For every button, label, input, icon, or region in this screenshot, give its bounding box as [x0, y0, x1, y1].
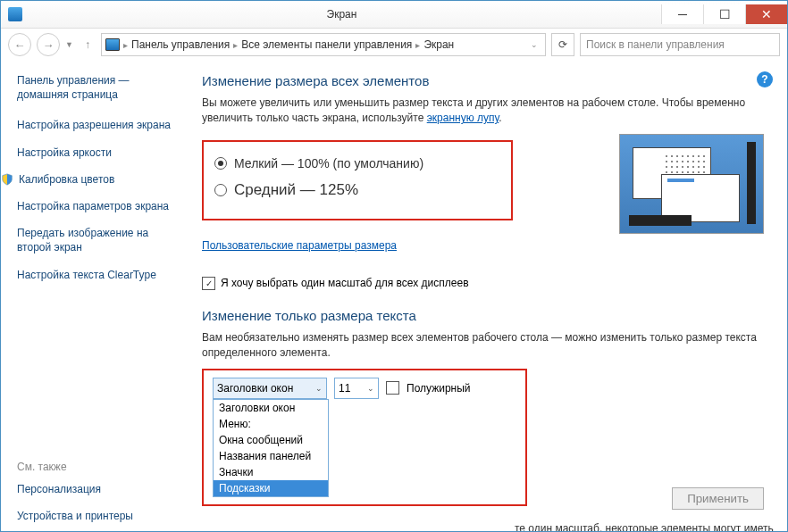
sidebar-link-calibrate[interactable]: Калибровка цветов [1, 172, 182, 187]
radio-icon [214, 157, 227, 170]
breadcrumb[interactable]: ▸ Панель управления ▸ Все элементы панел… [101, 33, 546, 56]
refresh-button[interactable]: ⟳ [551, 33, 574, 56]
sidebar-link-brightness[interactable]: Настройка яркости [17, 145, 182, 160]
sidebar-see-also-label: См. также [17, 461, 182, 473]
nav-history-dropdown[interactable]: ▼ [65, 40, 74, 49]
sidebar-link-cleartype[interactable]: Настройка текста ClearType [17, 268, 182, 282]
heading-scale: Изменение размера всех элементов [202, 73, 764, 88]
element-select-value: Заголовки окон [217, 382, 293, 395]
heading-textsize: Изменение только размера текста [202, 308, 764, 323]
chevron-right-icon: ▸ [233, 40, 238, 50]
sidebar-also-devices[interactable]: Устройства и принтеры [17, 509, 182, 523]
radio-medium-label: Средний — 125% [234, 181, 358, 199]
bold-checkbox[interactable] [386, 381, 399, 395]
desc-textsize: Вам необязательно изменять размер всех э… [202, 330, 764, 362]
breadcrumb-dropdown-icon[interactable]: ⌄ [531, 40, 541, 49]
chevron-down-icon: ⌄ [315, 384, 323, 393]
radio-icon [214, 184, 227, 196]
preview-thumbnail [619, 134, 764, 234]
nav-back-button[interactable]: ← [8, 33, 31, 56]
dropdown-option[interactable]: Значки [214, 464, 328, 480]
dropdown-option[interactable]: Названия панелей [214, 448, 328, 464]
size-select-value: 11 [339, 382, 350, 395]
sidebar-link-resolution[interactable]: Настройка разрешения экрана [17, 118, 182, 132]
maximize-button[interactable]: ☐ [703, 4, 745, 24]
nav-up-button[interactable]: ↑ [80, 37, 96, 53]
radio-small-label: Мелкий — 100% (по умолчанию) [234, 156, 423, 170]
shield-icon [1, 173, 13, 186]
size-select[interactable]: 11 ⌄ [334, 378, 379, 399]
chevron-right-icon: ▸ [123, 40, 128, 50]
highlight-box-textsize: Заголовки окон ⌄ Заголовки окон Меню: Ок… [202, 369, 527, 506]
sidebar-home-link[interactable]: Панель управления — домашняя страница [17, 73, 182, 102]
breadcrumb-root[interactable]: Панель управления [131, 38, 230, 51]
dropdown-option[interactable]: Окна сообщений [214, 432, 328, 448]
breadcrumb-mid[interactable]: Все элементы панели управления [241, 38, 412, 51]
chevron-right-icon: ▸ [415, 40, 420, 50]
radio-small[interactable]: Мелкий — 100% (по умолчанию) [214, 156, 500, 170]
app-icon [8, 7, 22, 21]
sidebar-link-project[interactable]: Передать изображение на второй экран [17, 226, 182, 254]
footer-note: те один масштаб, некоторые элементы могу… [515, 521, 783, 531]
nav-forward-button[interactable]: → [37, 33, 60, 56]
close-button[interactable]: ✕ [745, 4, 787, 24]
bold-label: Полужирный [407, 382, 471, 395]
minimize-button[interactable]: ─ [661, 4, 703, 24]
desc-scale: Вы можете увеличить или уменьшить размер… [202, 96, 764, 127]
chevron-down-icon: ⌄ [367, 384, 374, 393]
search-input[interactable]: Поиск в панели управления [580, 33, 780, 56]
custom-size-link[interactable]: Пользовательские параметры размера [202, 239, 397, 252]
apply-button[interactable]: Применить [672, 487, 764, 510]
single-scale-label: Я хочу выбрать один масштаб для всех дис… [221, 277, 469, 289]
highlight-box-scale: Мелкий — 100% (по умолчанию) Средний — 1… [202, 140, 513, 220]
single-scale-checkbox[interactable]: Я хочу выбрать один масштаб для всех дис… [202, 277, 764, 290]
checkbox-icon [202, 277, 215, 290]
dropdown-option[interactable]: Заголовки окон [214, 400, 328, 416]
element-dropdown: Заголовки окон Меню: Окна сообщений Назв… [213, 399, 329, 497]
dropdown-option-selected[interactable]: Подсказки [214, 480, 328, 496]
sidebar-link-label: Калибровка цветов [19, 172, 114, 187]
monitor-icon [105, 37, 120, 52]
radio-medium[interactable]: Средний — 125% [214, 181, 500, 199]
sidebar-link-display-settings[interactable]: Настройка параметров экрана [17, 199, 182, 213]
breadcrumb-leaf[interactable]: Экран [423, 38, 454, 51]
dropdown-option[interactable]: Меню: [214, 416, 328, 432]
magnifier-link[interactable]: экранную лупу [427, 112, 499, 124]
help-icon[interactable]: ? [757, 71, 773, 87]
element-select[interactable]: Заголовки окон ⌄ Заголовки окон Меню: Ок… [213, 378, 327, 399]
window-title: Экран [22, 8, 661, 21]
sidebar-also-personalization[interactable]: Персонализация [17, 482, 182, 496]
